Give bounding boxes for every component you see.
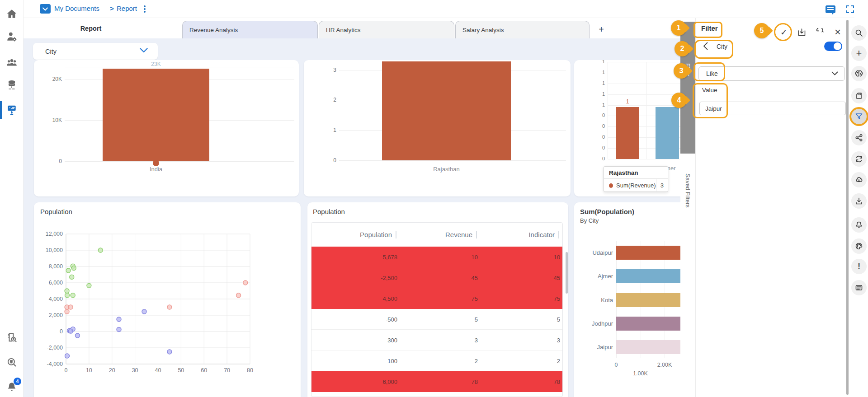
y-axis-tick: 0 <box>317 157 336 163</box>
tab-salary-analysis[interactable]: Salary Analysis <box>455 21 590 38</box>
table-row[interactable]: 5,6781010 <box>311 247 562 267</box>
hbar-jaipur[interactable] <box>616 340 680 354</box>
scatter-point-green[interactable] <box>65 293 70 298</box>
share-icon[interactable] <box>851 130 867 145</box>
operator-select[interactable]: Like <box>698 66 845 81</box>
breadcrumb-report[interactable]: Report <box>117 5 137 12</box>
y-axis-tick: 2 <box>317 97 336 103</box>
panel-scrollbar[interactable] <box>846 20 849 395</box>
exclamation-icon[interactable]: ! <box>851 259 867 274</box>
comment-icon[interactable] <box>826 5 835 13</box>
scatter-point-green[interactable] <box>66 268 71 273</box>
scatter-point-purple[interactable] <box>167 350 172 354</box>
chart-tooltip: Rajasthan Sum(Revenue) 3 <box>604 166 668 192</box>
scatter-point-red[interactable] <box>65 309 69 314</box>
theme-palette-icon[interactable] <box>851 238 867 254</box>
chart-card-population-scatter: Population 12,00010,0008,0006,0004,0002,… <box>34 202 301 397</box>
user-groups-icon[interactable] <box>6 57 18 69</box>
city-filter-dropdown[interactable]: City <box>33 43 158 60</box>
table-row[interactable]: -50055 <box>311 309 562 330</box>
fullscreen-icon[interactable] <box>846 5 854 13</box>
scatter-point-green[interactable] <box>87 283 91 288</box>
table-cell: 75 <box>442 288 478 309</box>
scatter-point-red[interactable] <box>167 305 172 309</box>
alerts-bell-icon[interactable] <box>851 217 867 233</box>
add-icon[interactable]: + <box>851 46 867 61</box>
table-cell: 100 <box>361 350 397 371</box>
comments-note-icon[interactable] <box>851 280 867 295</box>
database-icon[interactable] <box>6 79 18 91</box>
add-tab-button[interactable]: + <box>594 21 609 38</box>
ai-brain-icon[interactable] <box>851 66 867 81</box>
hbar-kota[interactable] <box>616 293 680 307</box>
report-kebab-menu-icon[interactable] <box>144 4 146 14</box>
table-cell: 3 <box>442 330 478 350</box>
metadata-search-icon[interactable] <box>6 332 18 343</box>
scatter-point-green[interactable] <box>70 275 74 279</box>
user-settings-icon[interactable] <box>6 31 18 42</box>
scatter-point-purple[interactable] <box>65 354 70 358</box>
scatter-point-green[interactable] <box>71 293 75 298</box>
scatter-point-purple[interactable] <box>75 333 80 338</box>
bar-ajmer[interactable] <box>656 107 679 159</box>
scatter-point-purple[interactable] <box>68 329 73 333</box>
hbar-udaipur[interactable] <box>616 246 680 260</box>
value-label: Value <box>702 87 717 93</box>
breadcrumb-my-documents[interactable]: My Documents <box>54 5 99 12</box>
filter-enabled-toggle[interactable] <box>824 42 842 51</box>
scatter-point-purple[interactable] <box>117 317 121 322</box>
table-cell: 300 <box>361 330 397 350</box>
table-row[interactable]: 6,0007878 <box>311 371 562 392</box>
hbar-jodhpur[interactable] <box>616 317 680 331</box>
tab-hr-analytics[interactable]: HR Analytics <box>319 21 454 38</box>
saved-filters-vertical-tab[interactable]: Saved Filters <box>680 154 695 282</box>
table-row[interactable]: -2,5004545 <box>311 267 562 288</box>
gridline <box>608 73 680 73</box>
scatter-point-purple[interactable] <box>142 309 146 314</box>
scatter-point-green[interactable] <box>65 289 69 293</box>
y-axis-tick: 10,000 <box>46 247 63 253</box>
bar-jaipur[interactable] <box>616 107 639 159</box>
x-axis-label: India <box>103 166 209 173</box>
table-scrollbar[interactable] <box>566 252 568 294</box>
folder-dropdown-icon[interactable] <box>40 4 51 14</box>
gridline <box>339 160 566 161</box>
table-row[interactable]: 10022 <box>311 350 562 371</box>
column-header-indicator[interactable]: Indicator <box>528 223 559 247</box>
close-panel-icon[interactable]: × <box>831 26 844 38</box>
data-search-icon[interactable] <box>6 356 18 368</box>
reports-icon[interactable] <box>6 104 18 116</box>
memory-card-icon[interactable] <box>851 88 867 103</box>
scatter-point-green[interactable] <box>98 248 103 252</box>
scatter-point-red[interactable] <box>236 293 241 298</box>
operator-selected-value: Like <box>706 70 718 77</box>
back-chevron-icon[interactable] <box>703 42 712 51</box>
apply-filter-check-icon[interactable]: ✓ <box>778 26 790 38</box>
table-cell: 45 <box>442 267 478 288</box>
table-row[interactable]: 4,5007575 <box>311 288 562 309</box>
column-header-revenue[interactable]: Revenue <box>445 223 477 247</box>
scatter-point-green[interactable] <box>71 266 76 271</box>
home-icon[interactable] <box>6 8 18 20</box>
refresh-sync-icon[interactable] <box>851 151 867 167</box>
tooltip-series-name: Sum(Revenue) <box>616 182 656 189</box>
hbar-ajmer[interactable] <box>616 269 680 283</box>
bar-rajasthan[interactable] <box>382 61 511 160</box>
filter-value-input[interactable]: Jaipur <box>699 102 846 115</box>
scatter-point-purple[interactable] <box>117 327 121 332</box>
bar-india[interactable] <box>103 69 209 161</box>
filter-funnel-icon[interactable] <box>851 109 867 124</box>
tab-revenue-analysis[interactable]: Revenue Analysis <box>182 21 318 38</box>
scatter-point-red[interactable] <box>68 305 73 309</box>
table-row[interactable]: 30033 <box>311 330 562 350</box>
download-icon[interactable] <box>851 193 867 209</box>
column-header-population[interactable]: Population <box>360 223 396 247</box>
x-axis-tick: 50 <box>178 367 184 374</box>
save-filter-icon[interactable] <box>795 26 808 38</box>
search-icon[interactable] <box>851 25 867 41</box>
zero-marker-dot <box>153 160 159 166</box>
table-cell: 6,000 <box>361 371 397 392</box>
reset-filter-refresh-icon[interactable] <box>813 26 826 38</box>
cloud-download-icon[interactable] <box>851 172 867 187</box>
scatter-point-red[interactable] <box>243 280 248 285</box>
